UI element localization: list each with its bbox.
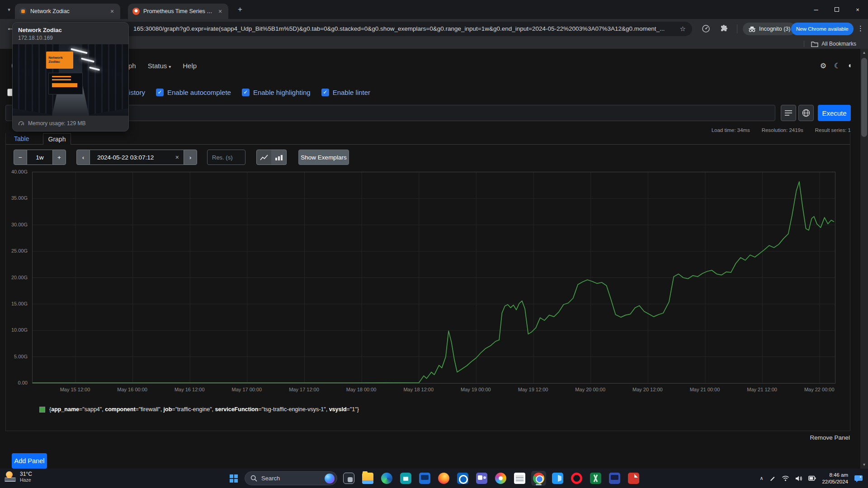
notification-icon[interactable] bbox=[854, 474, 863, 483]
browser-tab-network-zodiac[interactable]: Network Zodiac × bbox=[15, 4, 120, 19]
extensions-icon[interactable] bbox=[720, 24, 729, 33]
file-explorer-icon bbox=[362, 473, 373, 484]
maximize-button[interactable] bbox=[826, 0, 847, 19]
query-options-icon[interactable] bbox=[781, 105, 796, 121]
clock-time: 8:46 am bbox=[822, 472, 848, 479]
taskbar-app-code[interactable] bbox=[550, 471, 565, 486]
taskbar-clock[interactable]: 8:46 am 22/05/2024 bbox=[822, 472, 848, 485]
bookmark-star-icon[interactable]: ☆ bbox=[680, 22, 686, 36]
execute-button[interactable]: Execute bbox=[818, 105, 851, 121]
time-back-button[interactable]: ‹ bbox=[76, 150, 90, 165]
start-button[interactable] bbox=[227, 471, 241, 486]
display-icon bbox=[419, 473, 430, 484]
battery-icon[interactable] bbox=[808, 476, 816, 481]
checkbox-enable-highlighting[interactable]: ✓ bbox=[242, 89, 250, 96]
edge-icon bbox=[381, 473, 392, 484]
option-enable-highlighting[interactable]: ✓Enable highlighting bbox=[242, 89, 311, 96]
line-chart-mode-button[interactable] bbox=[256, 150, 272, 165]
chart-plot-area[interactable] bbox=[32, 172, 835, 384]
url-text: 165:30080/graph?g0.expr=irate(sapp4_Udp_… bbox=[133, 25, 665, 32]
taskbar-app-store[interactable] bbox=[398, 471, 413, 486]
memory-gauge-icon bbox=[18, 121, 24, 126]
volume-icon[interactable] bbox=[795, 475, 802, 482]
toolbar-divider bbox=[737, 24, 737, 33]
chrome-update-button[interactable]: New Chrome available bbox=[791, 23, 854, 35]
scroll-up-icon[interactable]: ▲ bbox=[860, 49, 868, 56]
option-label: Enable highlighting bbox=[253, 89, 311, 96]
minimize-button[interactable]: ─ bbox=[806, 0, 826, 19]
taskbar-app-excel[interactable] bbox=[588, 471, 603, 486]
end-time-input[interactable]: 2024-05-22 03:07:12 × bbox=[90, 150, 184, 165]
haze-weather-icon bbox=[5, 471, 16, 483]
hidden-icons-chevron[interactable]: ∧ bbox=[760, 475, 763, 481]
prometheus-navbar-icons: ⚙ ☾ ◐ bbox=[820, 55, 853, 76]
clock-date: 22/05/2024 bbox=[822, 479, 848, 485]
scrollbar-thumb[interactable] bbox=[861, 58, 867, 137]
address-bar[interactable]: 165:30080/graph?g0.expr=irate(sapp4_Udp_… bbox=[43, 22, 692, 36]
option-enable-autocomplete[interactable]: ✓Enable autocomplete bbox=[156, 89, 231, 96]
remove-panel-button[interactable]: Remove Panel bbox=[810, 434, 850, 441]
taskbar-app-notepad[interactable] bbox=[512, 471, 527, 486]
nav-status-dropdown[interactable]: Status▾ bbox=[148, 62, 171, 70]
page-insights-icon[interactable] bbox=[702, 24, 711, 33]
range-input[interactable]: 1w bbox=[27, 150, 52, 165]
server-rack-right bbox=[82, 44, 128, 116]
stacked-chart-mode-button[interactable] bbox=[271, 150, 287, 165]
close-window-button[interactable]: × bbox=[847, 0, 868, 19]
settings-gear-icon[interactable]: ⚙ bbox=[820, 61, 826, 70]
scroll-down-icon[interactable]: ▼ bbox=[860, 461, 868, 469]
tab-search-icon[interactable]: ▾ bbox=[5, 5, 14, 14]
option-enable-linter[interactable]: ✓Enable linter bbox=[321, 89, 370, 96]
wifi-icon[interactable] bbox=[782, 475, 789, 481]
taskbar-app-monitor[interactable] bbox=[607, 471, 622, 486]
outlook-icon bbox=[457, 473, 468, 484]
load-time: Load time: 34ms bbox=[712, 127, 750, 133]
tab-graph[interactable]: Graph bbox=[43, 133, 71, 145]
nav-help[interactable]: Help bbox=[183, 62, 197, 70]
range-decrease-button[interactable]: − bbox=[14, 150, 27, 165]
add-panel-button[interactable]: Add Panel bbox=[12, 453, 47, 469]
preview-thumbnail: Network Zodiac bbox=[13, 44, 128, 116]
metrics-explorer-icon[interactable] bbox=[798, 105, 814, 121]
taskbar-app-firefox[interactable] bbox=[436, 471, 451, 486]
close-tab-icon[interactable]: × bbox=[108, 8, 116, 15]
option-label: Enable autocomplete bbox=[167, 89, 231, 96]
taskbar-app-photos[interactable] bbox=[493, 471, 508, 486]
teams-icon bbox=[476, 473, 487, 484]
taskbar-app-file-explorer[interactable] bbox=[360, 471, 375, 486]
resolution-input[interactable] bbox=[208, 150, 245, 164]
taskbar-app-teams[interactable] bbox=[474, 471, 489, 486]
x-axis-label: May 22 00:00 bbox=[799, 387, 840, 392]
weather-widget[interactable]: 31°C Haze bbox=[5, 471, 32, 483]
incognito-badge[interactable]: Incognito (3) bbox=[743, 23, 796, 35]
range-increase-button[interactable]: + bbox=[52, 150, 66, 165]
time-forward-button[interactable]: › bbox=[184, 150, 197, 165]
new-tab-button[interactable]: + bbox=[235, 4, 245, 15]
all-bookmarks-button[interactable]: All Bookmarks bbox=[804, 39, 856, 49]
legend-label: {app_name="sapp4", component="firewall",… bbox=[49, 406, 359, 413]
taskbar-app-task-view[interactable] bbox=[341, 471, 356, 486]
x-axis-label: May 18 00:00 bbox=[341, 387, 382, 392]
checkbox-enable-linter[interactable]: ✓ bbox=[321, 89, 329, 96]
taskbar-search[interactable]: Search bbox=[245, 471, 337, 485]
theme-contrast-icon[interactable]: ◐ bbox=[848, 61, 853, 70]
tab-table[interactable]: Table bbox=[14, 135, 29, 142]
pen-icon[interactable] bbox=[769, 475, 776, 482]
taskbar-app-outlook[interactable] bbox=[455, 471, 470, 486]
browser-menu-icon[interactable]: ⋮ bbox=[857, 24, 864, 33]
taskbar-app-opera[interactable] bbox=[569, 471, 584, 486]
taskbar-app-edge[interactable] bbox=[379, 471, 394, 486]
close-tab-icon[interactable]: × bbox=[217, 8, 224, 15]
dark-theme-moon-icon[interactable]: ☾ bbox=[834, 61, 840, 70]
browser-tab-prometheus[interactable]: Prometheus Time Series Collect × bbox=[128, 4, 228, 19]
clear-time-icon[interactable]: × bbox=[175, 154, 179, 161]
series-legend[interactable]: {app_name="sapp4", component="firewall",… bbox=[39, 406, 359, 413]
taskbar-app-display[interactable] bbox=[417, 471, 432, 486]
show-exemplars-button[interactable]: Show Exemplars bbox=[298, 150, 349, 165]
taskbar-app-chrome[interactable] bbox=[531, 471, 546, 486]
preview-url: 172.18.10.169 bbox=[18, 35, 123, 41]
page-scrollbar[interactable]: ▲ ▼ bbox=[860, 49, 868, 469]
taskbar-app-pdf[interactable] bbox=[626, 471, 641, 486]
resolution: Resolution: 2419s bbox=[762, 127, 803, 133]
checkbox-enable-autocomplete[interactable]: ✓ bbox=[156, 89, 164, 96]
